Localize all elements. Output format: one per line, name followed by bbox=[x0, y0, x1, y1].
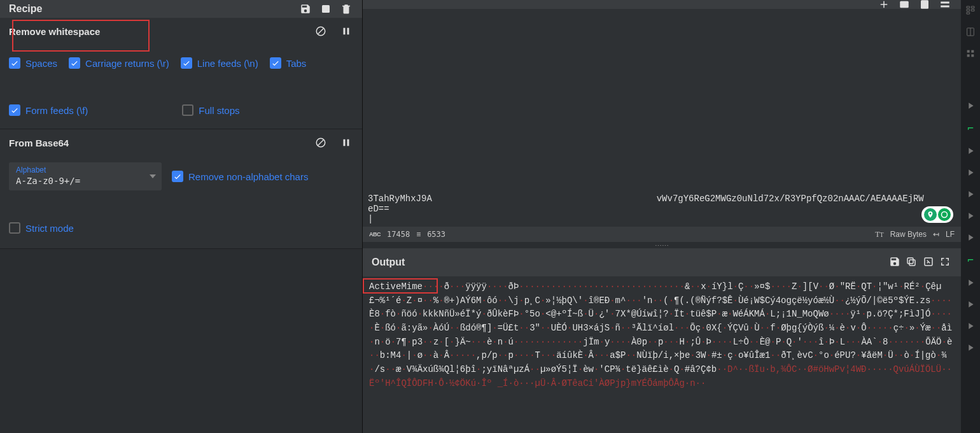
disable-op-icon[interactable] bbox=[314, 24, 328, 38]
checkbox-icon bbox=[69, 57, 80, 69]
play-icon[interactable] bbox=[965, 321, 976, 331]
checkbox-icon bbox=[172, 171, 183, 182]
select-value: A-Za-z0-9+/= bbox=[16, 176, 139, 186]
play-icon[interactable] bbox=[965, 146, 976, 156]
check-lf[interactable]: Line feeds (\n) bbox=[181, 57, 258, 69]
svg-rect-19 bbox=[967, 50, 970, 53]
op-title: From Base64 bbox=[9, 138, 69, 148]
open-folder-icon[interactable] bbox=[897, 0, 911, 9]
play-icon[interactable] bbox=[965, 101, 976, 111]
alphabet-select[interactable]: Alphabet A-Za-z0-9+/= bbox=[9, 162, 162, 190]
input-textarea[interactable]: 3TahRyMhxJ9A vWv7gY6ReG2MWGz0uNld72x/R3Y… bbox=[363, 9, 961, 227]
check-tabs[interactable]: Tabs bbox=[270, 57, 307, 69]
svg-rect-20 bbox=[971, 50, 974, 53]
svg-line-2 bbox=[318, 29, 324, 34]
svg-rect-14 bbox=[909, 260, 915, 266]
svg-rect-4 bbox=[347, 28, 349, 35]
pause-op-icon[interactable] bbox=[339, 136, 353, 150]
checkbox-icon bbox=[182, 104, 193, 116]
bracket-1-icon[interactable]: ⌐ bbox=[967, 122, 974, 134]
check-label: Strict mode bbox=[25, 223, 74, 234]
char-count: 17458 bbox=[387, 230, 410, 239]
check-label: Form feeds (\f) bbox=[25, 105, 88, 116]
encoding-label[interactable]: Raw Bytes bbox=[890, 230, 927, 239]
splitter[interactable]: ⋯⋯ bbox=[363, 242, 961, 248]
check-cr[interactable]: Carriage returns (\r) bbox=[69, 57, 169, 69]
svg-rect-0 bbox=[322, 5, 330, 13]
clear-input-icon[interactable] bbox=[938, 0, 952, 9]
replace-input-icon[interactable] bbox=[921, 255, 935, 269]
svg-rect-12 bbox=[941, 6, 949, 8]
play-icon[interactable] bbox=[965, 299, 976, 309]
eol-icon: ↤ bbox=[933, 230, 939, 239]
output-textarea[interactable]: ActiveMime····ð···ÿÿÿÿ····ðÞ············… bbox=[363, 276, 961, 433]
abc-icon: ABC bbox=[369, 231, 381, 238]
check-label: Carriage returns (\r) bbox=[85, 58, 169, 69]
play-icon[interactable] bbox=[965, 343, 976, 353]
input-panel: Input 3TahRyMhxJ9A vWv7gY6ReG2MWGz0uNld7… bbox=[363, 0, 961, 242]
checkbox-icon bbox=[9, 57, 20, 69]
right-sidebar: ⌐ ⌐ bbox=[961, 0, 980, 433]
extension-badges bbox=[921, 206, 953, 223]
disable-op-icon[interactable] bbox=[314, 136, 328, 150]
line-count: 6533 bbox=[427, 230, 445, 239]
tt-icon[interactable]: TT bbox=[875, 230, 883, 239]
grid-icon[interactable] bbox=[965, 48, 976, 59]
check-spaces[interactable]: Spaces bbox=[9, 57, 57, 69]
svg-rect-21 bbox=[967, 54, 970, 57]
grammarly-icon[interactable] bbox=[938, 208, 951, 221]
delete-icon[interactable] bbox=[339, 2, 353, 16]
copy-output-icon[interactable] bbox=[904, 255, 918, 269]
output-text: ····ð···ÿÿÿÿ····ðÞ······················… bbox=[369, 281, 952, 388]
location-icon[interactable] bbox=[924, 208, 937, 221]
svg-rect-3 bbox=[344, 28, 346, 35]
check-label: Full stops bbox=[199, 105, 239, 116]
save-output-icon[interactable] bbox=[888, 255, 902, 269]
check-ff[interactable]: Form feeds (\f) bbox=[9, 104, 88, 116]
check-fullstops[interactable]: Full stops bbox=[182, 104, 239, 116]
annotation-box bbox=[12, 20, 150, 52]
pause-op-icon[interactable] bbox=[339, 24, 353, 38]
clear-recipe-icon[interactable] bbox=[319, 2, 333, 16]
hierarchy-icon[interactable] bbox=[965, 5, 976, 15]
play-icon[interactable] bbox=[965, 232, 976, 243]
input-text: 3TahRyMhxJ9A vWv7gY6ReG2MWGz0uNld72x/R3Y… bbox=[368, 194, 956, 224]
book-icon[interactable] bbox=[965, 27, 976, 37]
svg-rect-8 bbox=[347, 139, 349, 146]
check-label: Remove non-alphabet chars bbox=[188, 171, 308, 182]
save-recipe-icon[interactable] bbox=[298, 2, 312, 16]
svg-rect-10 bbox=[921, 0, 928, 9]
output-title: Output bbox=[372, 257, 405, 268]
check-strict[interactable]: Strict mode bbox=[9, 222, 74, 234]
operation-from-base64: From Base64 Alphabet A-Za-z0-9+/= Remove… bbox=[0, 129, 362, 249]
play-icon[interactable] bbox=[965, 211, 976, 221]
recipe-panel: Recipe Remove whitespace Spac bbox=[0, 0, 363, 433]
output-prefix: ActiveMime bbox=[369, 281, 423, 292]
recipe-title: Recipe bbox=[9, 3, 42, 15]
svg-rect-11 bbox=[941, 2, 949, 4]
lines-icon: ≡ bbox=[416, 230, 421, 239]
checkbox-icon bbox=[9, 222, 20, 234]
recipe-header: Recipe bbox=[0, 0, 362, 18]
svg-point-13 bbox=[942, 212, 948, 218]
checkbox-icon bbox=[181, 57, 192, 69]
open-file-icon[interactable] bbox=[918, 0, 932, 9]
maximize-icon[interactable] bbox=[938, 255, 952, 269]
play-icon[interactable] bbox=[965, 189, 976, 199]
play-icon[interactable] bbox=[965, 167, 976, 178]
check-remove-nonalpha[interactable]: Remove non-alphabet chars bbox=[172, 171, 308, 182]
check-label: Spaces bbox=[25, 58, 57, 69]
svg-rect-22 bbox=[971, 54, 974, 57]
play-icon[interactable] bbox=[965, 278, 976, 288]
svg-rect-9 bbox=[900, 1, 909, 8]
output-header: Output bbox=[363, 248, 961, 276]
check-label: Tabs bbox=[286, 58, 307, 69]
chevron-down-icon bbox=[150, 174, 156, 178]
eol-label[interactable]: LF bbox=[946, 230, 955, 239]
svg-rect-7 bbox=[344, 139, 346, 146]
add-input-icon[interactable] bbox=[877, 0, 891, 9]
svg-rect-15 bbox=[907, 258, 913, 264]
bracket-2-icon[interactable]: ⌐ bbox=[967, 254, 974, 266]
check-label: Line feeds (\n) bbox=[197, 58, 258, 69]
svg-line-6 bbox=[318, 140, 324, 146]
